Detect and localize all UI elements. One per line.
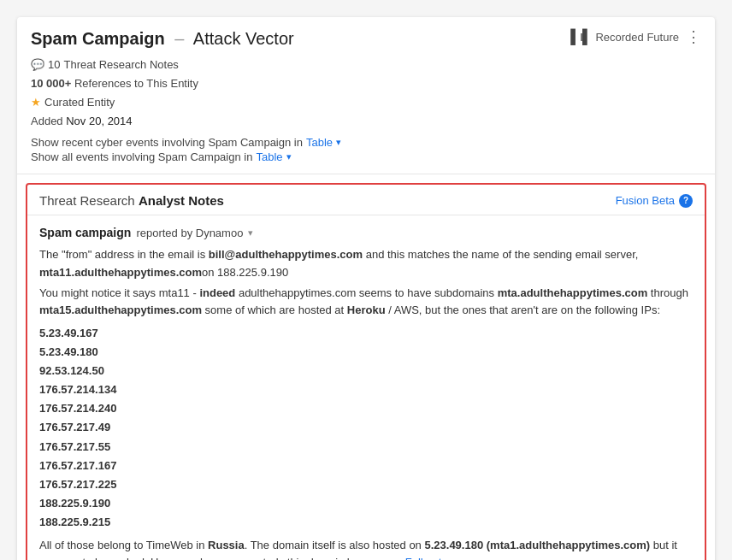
para2-before: You might notice it says mta11 - xyxy=(39,286,199,299)
para1-email: bill@adulthehappytimes.com xyxy=(209,248,363,261)
analyst-notes-title: Threat Research Analyst Notes xyxy=(39,193,224,208)
ip-item: 176.57.214.240 xyxy=(39,399,693,418)
title-rest: Attack Vector xyxy=(193,29,294,48)
analyst-notes-section: Threat Research Analyst Notes Fusion Bet… xyxy=(26,183,706,560)
ip-list: 5.23.49.1675.23.49.18092.53.124.50176.57… xyxy=(39,324,693,532)
refs-label: References to This Entity xyxy=(74,77,198,90)
bubble-icon: 💬 xyxy=(31,56,44,74)
analyst-notes-header: Threat Research Analyst Notes Fusion Bet… xyxy=(27,185,705,215)
note-title-rest: reported by Dynamoo xyxy=(136,227,243,239)
recorded-future-logo: ▌ı▌ Recorded Future xyxy=(570,29,679,44)
threat-notes-row: 💬 10 Threat Research Notes xyxy=(31,56,701,74)
para2-through: through xyxy=(647,286,688,299)
show-all-table-link[interactable]: Table xyxy=(256,150,282,163)
added-date: Nov 20, 2014 xyxy=(66,115,132,127)
header-section: Spam Campaign – Attack Vector ▌ı▌ Record… xyxy=(17,17,715,174)
title-separator: – xyxy=(174,29,184,48)
show-recent-label: Show recent cyber events involving Spam … xyxy=(31,136,303,149)
para2-indeed: indeed xyxy=(199,286,235,299)
ip-item: 176.57.217.167 xyxy=(39,457,693,475)
header-right: ▌ı▌ Recorded Future ⋮ xyxy=(570,29,701,44)
para1-after: and this matches the name of the sending… xyxy=(363,248,638,261)
title-bold: Spam Campaign xyxy=(31,29,165,48)
ip-item: 188.225.9.190 xyxy=(39,494,693,513)
help-icon[interactable]: ? xyxy=(679,194,693,208)
threat-notes-count: 10 xyxy=(48,56,60,74)
header-top: Spam Campaign – Attack Vector ▌ı▌ Record… xyxy=(31,29,701,49)
curated-label: Curated Entity xyxy=(44,93,115,112)
ip-item: 176.57.217.225 xyxy=(39,475,693,494)
ip-item: 176.57.217.49 xyxy=(39,418,693,437)
para1-before: The "from" address in the email is xyxy=(39,248,209,261)
show-all-row: Show all events involving Spam Campaign … xyxy=(31,150,701,163)
ip-item: 5.23.49.167 xyxy=(39,324,693,343)
para2-mta-start: mta.adulthehappytimes.com xyxy=(498,286,648,299)
refs-row: 10 000+ References to This Entity xyxy=(31,74,701,93)
summary-before: All of those belong to TimeWeb in xyxy=(39,539,208,551)
full-note-link[interactable]: Full note xyxy=(405,556,448,560)
analyst-title-bold: Analyst Notes xyxy=(139,193,224,208)
show-all-label: Show all events involving Spam Campaign … xyxy=(31,150,252,163)
ip-item: 176.57.217.55 xyxy=(39,438,693,457)
page-title: Spam Campaign – Attack Vector xyxy=(31,29,294,49)
para2-mta-end: mta15.adulthehappytimes.com xyxy=(39,304,202,316)
chevron-down-icon-2: ▾ xyxy=(286,151,292,162)
main-container: Spam Campaign – Attack Vector ▌ı▌ Record… xyxy=(17,17,715,560)
chevron-down-icon: ▾ xyxy=(336,137,341,148)
recorded-future-label: Recorded Future xyxy=(595,31,679,44)
summary-after: . The domain itself is also hosted on xyxy=(245,539,425,551)
note-summary: All of those belong to TimeWeb in Russia… xyxy=(39,537,693,560)
fusion-beta-link[interactable]: Fusion Beta xyxy=(616,194,675,207)
fusion-beta-area: Fusion Beta ? xyxy=(616,194,693,208)
para1-server: mta11.adulthehappytimes.com xyxy=(39,266,202,279)
para2-aws: / AWS xyxy=(386,304,419,316)
refs-count: 10 000+ xyxy=(31,77,71,90)
analyst-title-regular: Threat Research xyxy=(39,193,135,208)
summary-ip-bold: 5.23.49.180 (mta1.adulthehappytimes.com) xyxy=(424,539,650,551)
para1-ip: on 188.225.9.190 xyxy=(202,266,288,279)
show-recent-row: Show recent cyber events involving Spam … xyxy=(31,136,701,149)
note-dropdown-arrow[interactable]: ▾ xyxy=(248,227,253,239)
rf-bar-icon: ▌ı▌ xyxy=(570,29,591,44)
ip-item: 92.53.124.50 xyxy=(39,362,693,380)
summary-russia: Russia xyxy=(208,539,245,551)
added-label: Added xyxy=(31,115,63,127)
para2-heroku: Heroku xyxy=(347,304,386,316)
added-row: Added Nov 20, 2014 xyxy=(31,112,701,131)
links-section: Show recent cyber events involving Spam … xyxy=(31,136,701,163)
para2-some: some of which are hosted at xyxy=(202,304,347,316)
threat-notes-label: Threat Research Notes xyxy=(63,56,178,74)
note-paragraph-1: The "from" address in the email is bill@… xyxy=(39,246,693,280)
show-recent-table-link[interactable]: Table xyxy=(306,136,333,149)
star-icon: ★ xyxy=(31,93,41,112)
para2-rest: , but the ones that aren't are on the fo… xyxy=(419,304,660,316)
note-paragraph-2: You might notice it says mta11 - indeed … xyxy=(39,285,693,319)
ip-item: 5.23.49.180 xyxy=(39,343,693,362)
ip-item: 176.57.214.134 xyxy=(39,380,693,399)
note-body: The "from" address in the email is bill@… xyxy=(39,246,693,560)
more-options-icon[interactable]: ⋮ xyxy=(686,29,701,44)
note-title-row: Spam campaign reported by Dynamoo ▾ xyxy=(39,226,693,239)
meta-info: 💬 10 Threat Research Notes 10 000+ Refer… xyxy=(31,56,701,131)
curated-row: ★ Curated Entity xyxy=(31,93,701,112)
note-content: Spam campaign reported by Dynamoo ▾ The … xyxy=(27,215,705,560)
para2-middle: adulthehappytimes.com seems to have subd… xyxy=(235,286,497,299)
ip-item: 188.225.9.215 xyxy=(39,513,693,532)
note-title-bold: Spam campaign xyxy=(39,226,131,239)
